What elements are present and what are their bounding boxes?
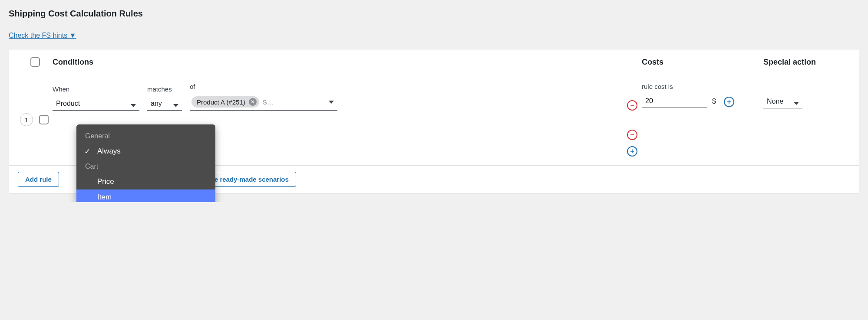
cost-label: rule cost is [642,83,707,90]
add-rule-button[interactable]: Add rule [18,172,59,187]
add-condition-button[interactable]: + [627,146,637,157]
table-header: Conditions Costs Special action [9,50,859,74]
when-select[interactable]: Product [53,97,139,111]
dropdown-item-always[interactable]: ✓ Always [76,144,215,159]
col-special: Special action [763,58,850,67]
of-label: of [190,83,615,90]
tag-text: Product A (#251) [197,98,245,106]
rules-container: Conditions Costs Special action 1 When P… [9,50,859,193]
remove-condition-button[interactable]: − [627,130,637,140]
rule-number: 1 [20,113,33,126]
add-cost-button[interactable]: + [724,97,734,107]
hints-link[interactable]: Check the FS hints ▼ [9,32,76,39]
dropdown-group-general: General [76,129,215,144]
cost-input[interactable] [642,95,707,108]
dropdown-item-item[interactable]: Item [76,189,215,202]
tags-placeholder: S… [263,98,325,106]
matches-select[interactable]: any [147,97,182,111]
currency-symbol: $ [712,83,716,105]
when-label: When [53,85,139,93]
rule-row: 1 When Product matches any [9,74,859,166]
dropdown-item-price[interactable]: Price [76,174,215,189]
product-tag: Product A (#251) ✕ [191,96,259,108]
condition-line: When Product matches any of Product A [53,83,642,111]
dropdown-group-cart: Cart [76,159,215,174]
special-action-select[interactable]: None [763,95,802,108]
page-heading: Shipping Cost Calculation Rules [9,9,859,19]
col-conditions: Conditions [53,58,642,67]
col-costs: Costs [642,58,763,67]
product-tags-field[interactable]: Product A (#251) ✕ S… [190,95,337,111]
remove-tag-icon[interactable]: ✕ [249,98,257,106]
matches-label: matches [147,85,182,93]
chevron-down-icon[interactable] [329,101,334,104]
select-all-checkbox[interactable] [30,57,40,67]
check-icon: ✓ [84,147,90,156]
rule-checkbox[interactable] [39,115,49,124]
remove-condition-button[interactable]: − [627,100,637,111]
when-dropdown-open: General ✓ Always Cart Price Item Cart li… [76,124,215,202]
